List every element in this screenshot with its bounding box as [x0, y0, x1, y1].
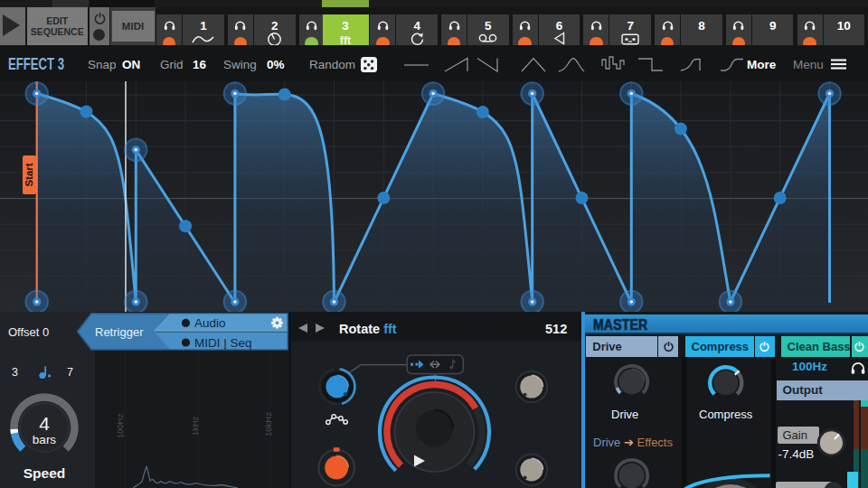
svg-text:Audio: Audio [194, 316, 226, 330]
svg-text:Retrigger: Retrigger [95, 325, 144, 339]
svg-text:MIDI | Seq: MIDI | Seq [194, 336, 252, 350]
